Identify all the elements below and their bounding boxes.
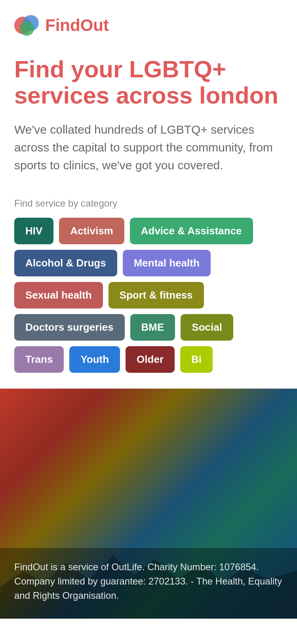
- category-btn-alcohol[interactable]: Alcohol & Drugs: [14, 250, 117, 276]
- svg-point-2: [20, 21, 34, 36]
- hero-description: We've collated hundreds of LGBTQ+ servic…: [14, 121, 283, 174]
- category-btn-sexual[interactable]: Sexual health: [14, 282, 103, 309]
- category-btn-social[interactable]: Social: [181, 314, 233, 341]
- category-btn-hiv[interactable]: HIV: [14, 218, 53, 244]
- category-btn-doctors[interactable]: Doctors surgeries: [14, 314, 125, 341]
- category-btn-advice[interactable]: Advice & Assistance: [130, 218, 253, 244]
- categories-label: Find service by category: [14, 198, 283, 209]
- category-btn-bi[interactable]: Bi: [180, 346, 213, 373]
- hero-section: Find your LGBTQ+ services across london …: [0, 44, 297, 198]
- logo-text: FindOut: [45, 16, 109, 35]
- categories-section: Find service by category HIVActivismAdvi…: [0, 198, 297, 389]
- footer-text-overlay: FindOut is a service of OutLife. Charity…: [0, 548, 297, 619]
- header: FindOut: [0, 0, 297, 44]
- category-btn-sport[interactable]: Sport & fitness: [109, 282, 204, 309]
- category-btn-activism[interactable]: Activism: [59, 218, 124, 244]
- category-btn-bme[interactable]: BME: [130, 314, 175, 341]
- category-btn-older[interactable]: Older: [126, 346, 175, 373]
- hero-title: Find your LGBTQ+ services across london: [14, 56, 283, 109]
- categories-grid: HIVActivismAdvice & AssistanceAlcohol & …: [14, 218, 283, 373]
- category-btn-mental[interactable]: Mental health: [123, 250, 211, 276]
- logo-icon: [14, 14, 40, 36]
- category-btn-trans[interactable]: Trans: [14, 346, 64, 373]
- footer-section: FindOut is a service of OutLife. Charity…: [0, 389, 297, 619]
- footer-description: FindOut is a service of OutLife. Charity…: [14, 560, 283, 603]
- category-btn-youth[interactable]: Youth: [69, 346, 120, 373]
